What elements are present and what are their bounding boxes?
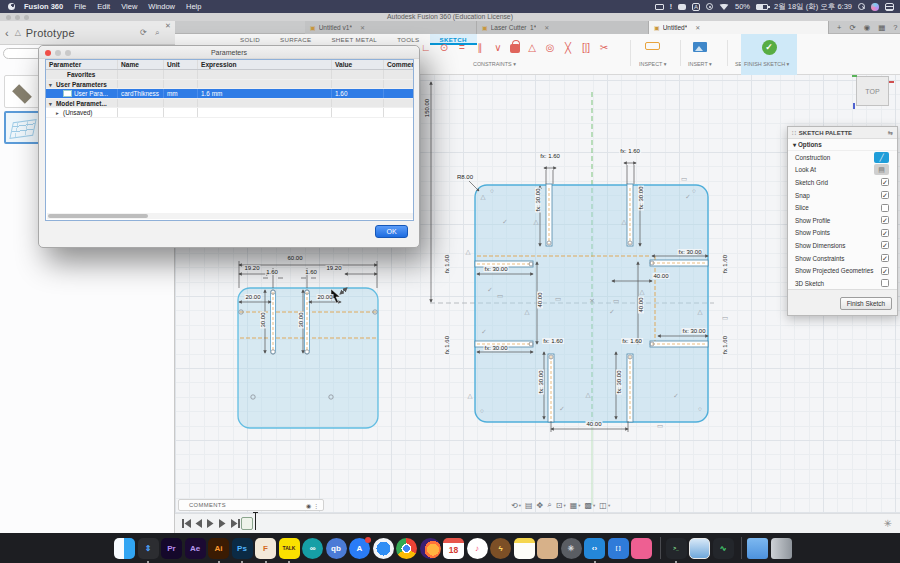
dock-icon-arduino[interactable]: ∞ <box>302 538 323 559</box>
equal-icon[interactable]: = <box>456 42 468 53</box>
dialog-titlebar[interactable]: Parameters <box>39 46 419 59</box>
orbit-icon[interactable]: ⟲▾ <box>511 501 521 510</box>
grid-icon[interactable]: ▩▾ <box>585 501 596 510</box>
notification-icon[interactable]: ! <box>670 3 672 10</box>
collapse-icon[interactable]: ⇆ <box>888 129 893 136</box>
tab-close-icon[interactable]: ✕ <box>360 24 365 31</box>
parameter-row[interactable]: User Para...cardThiknessmm1.6 mm1.60 <box>46 89 413 99</box>
dock-icon-app-store[interactable]: A <box>349 538 370 559</box>
dialog-zoom-button[interactable] <box>65 50 71 56</box>
finish-sketch-button[interactable]: ✓ FINISH SKETCH ▾ <box>741 34 797 75</box>
dock-icon-sidecar-display[interactable] <box>631 538 652 559</box>
palette-item-show-points[interactable]: Show Points✓ <box>788 227 897 240</box>
ok-button[interactable]: OK <box>375 225 408 238</box>
palette-item-sketch-grid[interactable]: Sketch Grid✓ <box>788 176 897 189</box>
pan-icon[interactable]: ✥ <box>537 501 544 510</box>
scrollbar-thumb[interactable] <box>48 214 148 218</box>
display-status-icon[interactable] <box>655 4 664 10</box>
menu-view[interactable]: View <box>121 2 137 11</box>
dock-icon-chrome[interactable] <box>396 538 417 559</box>
checkbox[interactable]: ✓ <box>881 267 889 275</box>
dock-icon-quickbooks[interactable]: qb <box>326 538 347 559</box>
messages-icon[interactable] <box>678 4 686 10</box>
profile-icon[interactable]: ◉ <box>864 23 871 32</box>
dock-icon-safari[interactable] <box>373 538 394 559</box>
parameter-row[interactable]: ▾User Parameters <box>46 80 413 90</box>
palette-item-look-at[interactable]: Look At▤ <box>788 164 897 177</box>
look-at-icon[interactable]: ▤ <box>525 501 533 510</box>
window-close-button[interactable] <box>6 15 11 20</box>
window-zoom-button[interactable] <box>24 15 29 20</box>
timeline-sketch-marker[interactable] <box>241 517 253 530</box>
search-icon[interactable]: ⌕ <box>155 28 159 38</box>
dock-icon-illustrator[interactable]: Ai <box>208 538 229 559</box>
polygon-icon[interactable]: △ <box>526 42 538 53</box>
wifi-icon[interactable] <box>719 4 729 10</box>
checkbox[interactable]: ✓ <box>881 216 889 224</box>
dialog-minimize-button[interactable] <box>55 50 61 56</box>
help-icon[interactable]: ? <box>893 23 897 32</box>
menu-window[interactable]: Window <box>148 2 175 11</box>
dock-icon-window-manager[interactable]: [ ] <box>608 538 629 559</box>
symmetry-icon[interactable]: [|] <box>580 42 592 53</box>
dock-icon-after-effects[interactable]: Ae <box>185 538 206 559</box>
fit-icon[interactable]: ⊡▾ <box>556 501 566 510</box>
sketch-palette-header[interactable]: ∷ SKETCH PALETTE ⇆ <box>788 127 897 139</box>
dock-icon-notes[interactable] <box>514 538 535 559</box>
checkbox[interactable]: ✓ <box>881 229 889 237</box>
expand-arrow-icon[interactable]: ▸ <box>56 110 63 116</box>
project-item-sketch-selected[interactable] <box>4 111 40 144</box>
parallel-icon[interactable]: ∥ <box>474 42 486 53</box>
apple-menu-icon[interactable] <box>8 3 15 10</box>
window-minimize-button[interactable] <box>15 15 20 20</box>
refresh-icon[interactable]: ⟳ <box>140 28 147 37</box>
dock-icon-downloads-folder[interactable] <box>747 538 768 559</box>
timeline-playback-controls[interactable] <box>181 517 243 531</box>
dock-icon-amphetamine[interactable]: ϟ <box>490 538 511 559</box>
dock-icon-premiere-pro[interactable]: Pr <box>161 538 182 559</box>
timeline-settings-gear-icon[interactable]: ✳ <box>884 518 892 529</box>
drag-handle-icon[interactable]: ∷ <box>792 129 796 136</box>
insert-label[interactable]: INSERT ▾ <box>688 61 712 67</box>
dock-icon-magnet[interactable]: ⇕ <box>138 538 159 559</box>
checkbox[interactable] <box>881 204 889 212</box>
dock-icon-trash[interactable] <box>771 538 792 559</box>
comments-icon[interactable]: ◉ ⋮ <box>306 502 319 509</box>
new-tab-icon[interactable]: + <box>837 23 841 32</box>
airport-icon[interactable] <box>706 3 713 10</box>
tangent-icon[interactable]: ⊙ <box>438 42 450 53</box>
perpendicular-icon[interactable]: ∟ <box>420 42 432 53</box>
palette-item-show-projected-geometries[interactable]: Show Projected Geometries✓ <box>788 264 897 277</box>
parameter-row[interactable]: Favorites <box>46 70 413 80</box>
sync-icon[interactable]: ⟳ <box>849 23 855 32</box>
look-at-tool-icon[interactable]: ▤ <box>874 164 889 175</box>
ribbon-tab-solid[interactable]: SOLID <box>230 34 270 45</box>
palette-item-show-dimensions[interactable]: Show Dimensions✓ <box>788 239 897 252</box>
checkbox[interactable]: ✓ <box>881 178 889 186</box>
checkbox[interactable]: ✓ <box>881 254 889 262</box>
parameter-row[interactable]: ▸(Unsaved) <box>46 108 413 118</box>
display-settings-icon[interactable]: ▦▾ <box>570 501 581 510</box>
menu-fusion-360[interactable]: Fusion 360 <box>24 2 63 11</box>
midpoint-icon[interactable]: ╳ <box>562 42 574 53</box>
menu-edit[interactable]: Edit <box>97 2 110 11</box>
inspect-label[interactable]: INSPECT ▾ <box>639 61 666 67</box>
dock-icon-kakaotalk[interactable]: TALK <box>279 538 300 559</box>
parameter-row[interactable]: ▾Model Paramet... <box>46 99 413 109</box>
checkbox[interactable] <box>881 279 889 287</box>
collinear-icon[interactable]: ∨ <box>492 42 504 53</box>
siri-icon[interactable] <box>871 3 879 11</box>
document-tab[interactable]: ▣Untitled v1*✕ <box>305 21 477 34</box>
tab-close-icon[interactable]: ✕ <box>544 24 549 31</box>
dock-icon-firefox[interactable] <box>420 538 441 559</box>
curvature-icon[interactable]: ✂ <box>598 42 610 53</box>
constraints-group-label[interactable]: CONSTRAINTS ▾ <box>473 61 516 67</box>
dock-icon-shopping-bag[interactable] <box>537 538 558 559</box>
palette-item-show-profile[interactable]: Show Profile✓ <box>788 214 897 227</box>
palette-item-show-constraints[interactable]: Show Constraints✓ <box>788 252 897 265</box>
dock-icon-finder[interactable] <box>114 538 135 559</box>
checkbox[interactable]: ✓ <box>881 241 889 249</box>
input-source-icon[interactable]: A <box>692 3 700 11</box>
dock-icon-activity-monitor[interactable]: ∿ <box>713 538 734 559</box>
back-icon[interactable]: ‹ <box>5 27 9 39</box>
